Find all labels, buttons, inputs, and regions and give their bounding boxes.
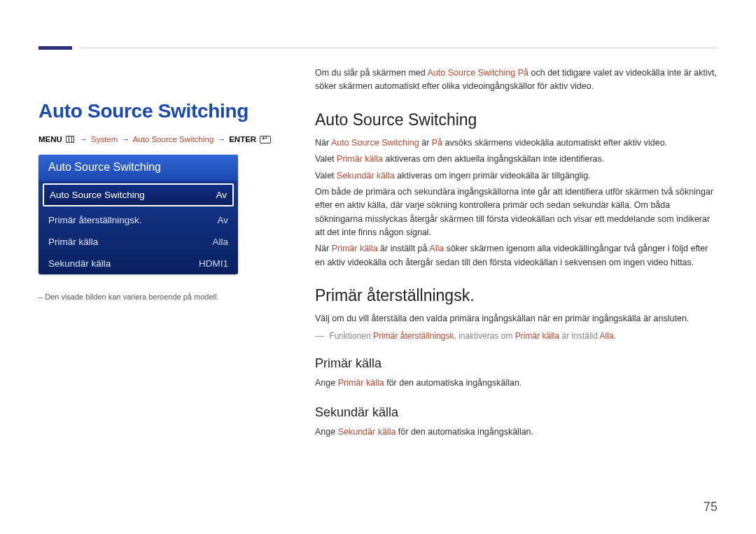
menu-icon	[66, 136, 74, 143]
left-column: Auto Source Switching MENU → System → Au…	[38, 66, 287, 301]
section-heading-primar-ater: Primär återställningsk.	[315, 286, 718, 305]
text-highlight: Primär återställningsk.	[373, 331, 456, 341]
text: När	[315, 138, 331, 148]
text-highlight: Primär källa	[515, 331, 559, 341]
section-heading-sekundar-kalla: Sekundär källa	[315, 405, 718, 420]
breadcrumb: MENU → System → Auto Source Switching → …	[38, 135, 287, 143]
paragraph: Ange Sekundär källa för den automatiska …	[315, 426, 718, 439]
breadcrumb-system: System	[91, 135, 118, 143]
breadcrumb-menu: MENU	[38, 135, 62, 143]
paragraph: Valet Primär källa aktiveras om den aktu…	[315, 153, 718, 166]
header-rule	[80, 48, 718, 48]
text: Funktionen	[329, 331, 373, 341]
text: inaktiveras om	[458, 331, 515, 341]
text-highlight: På	[432, 138, 442, 148]
paragraph: När Auto Source Switching är På avsöks s…	[315, 136, 718, 150]
text-highlight: Sekundär källa	[337, 171, 395, 181]
section-heading-ass: Auto Source Switching	[315, 111, 718, 129]
text: aktiveras om den aktuella ingångskällan …	[386, 154, 605, 164]
text-highlight: Auto Source Switching På	[427, 68, 528, 78]
paragraph: Ange Primär källa för den automatiska in…	[315, 377, 718, 390]
text: aktiveras om ingen primär videokälla är …	[397, 171, 591, 181]
text: för den automatiska ingångskällan.	[386, 378, 522, 388]
paragraph: Valet Sekundär källa aktiveras om ingen …	[315, 169, 718, 183]
text-highlight: Primär källa	[332, 244, 378, 253]
dash-icon: ―	[315, 330, 324, 341]
breadcrumb-auto-src: Auto Source Switching	[133, 135, 214, 143]
paragraph: Om både de primära och sekundära ingångs…	[315, 185, 718, 240]
panel-row-label: Auto Source Switching	[50, 190, 145, 200]
panel-row-label: Sekundär källa	[48, 258, 111, 269]
panel-row-2[interactable]: Primär källa Alla	[38, 231, 238, 253]
text-highlight: Auto Source Switching	[331, 138, 419, 148]
text-highlight: Alla	[600, 331, 614, 341]
page-title: Auto Source Switching	[38, 100, 287, 122]
enter-icon	[260, 136, 271, 143]
text: är inställt på	[380, 244, 429, 253]
text: Ange	[315, 378, 338, 388]
text: Ange	[315, 427, 338, 437]
text: .	[614, 331, 616, 341]
arrow-icon: →	[79, 135, 88, 143]
text: Valet	[315, 171, 337, 181]
panel-row-label: Primär återställningsk.	[48, 215, 142, 225]
paragraph: Välj om du vill återställa den valda pri…	[315, 312, 718, 325]
arrow-icon: →	[122, 135, 130, 143]
settings-panel: Auto Source Switching Auto Source Switch…	[38, 155, 238, 274]
panel-row-value: Av	[216, 190, 227, 200]
text: Om du slår på skärmen med	[315, 68, 427, 78]
intro-paragraph: Om du slår på skärmen med Auto Source Sw…	[315, 66, 718, 94]
text: för den automatiska ingångskällan.	[398, 427, 533, 437]
arrow-icon: →	[218, 135, 226, 143]
panel-row-value: HDMI1	[199, 258, 228, 269]
paragraph: När Primär källa är inställt på Alla sök…	[315, 242, 718, 269]
note: ― Funktionen Primär återställningsk. ina…	[315, 330, 718, 341]
breadcrumb-enter: ENTER	[229, 135, 256, 143]
text-highlight: Sekundär källa	[338, 427, 396, 437]
panel-row-value: Av	[217, 215, 228, 225]
panel-row-3[interactable]: Sekundär källa HDMI1	[38, 253, 238, 274]
text-highlight: Primär källa	[338, 378, 384, 388]
header-accent	[38, 46, 72, 50]
text-highlight: Primär källa	[337, 154, 383, 164]
text-highlight: Alla	[429, 244, 444, 253]
panel-row-value: Alla	[212, 237, 228, 247]
panel-row-label: Primär källa	[48, 237, 98, 247]
right-column: Om du slår på skärmen med Auto Source Sw…	[315, 66, 718, 442]
page-number: 75	[704, 500, 718, 514]
text: När	[315, 244, 332, 253]
panel-header: Auto Source Switching	[38, 155, 238, 181]
text: avsöks skärmens videokälla automatiskt e…	[445, 138, 668, 148]
left-footnote: – Den visade bilden kan variera beroende…	[38, 293, 287, 301]
page: Auto Source Switching MENU → System → Au…	[0, 0, 756, 534]
text: Valet	[315, 154, 337, 164]
text: är inställd	[562, 331, 600, 341]
section-heading-primar-kalla: Primär källa	[315, 356, 718, 371]
panel-row-1[interactable]: Primär återställningsk. Av	[38, 209, 238, 231]
panel-row-0[interactable]: Auto Source Switching Av	[43, 183, 234, 206]
text: är	[421, 138, 432, 148]
